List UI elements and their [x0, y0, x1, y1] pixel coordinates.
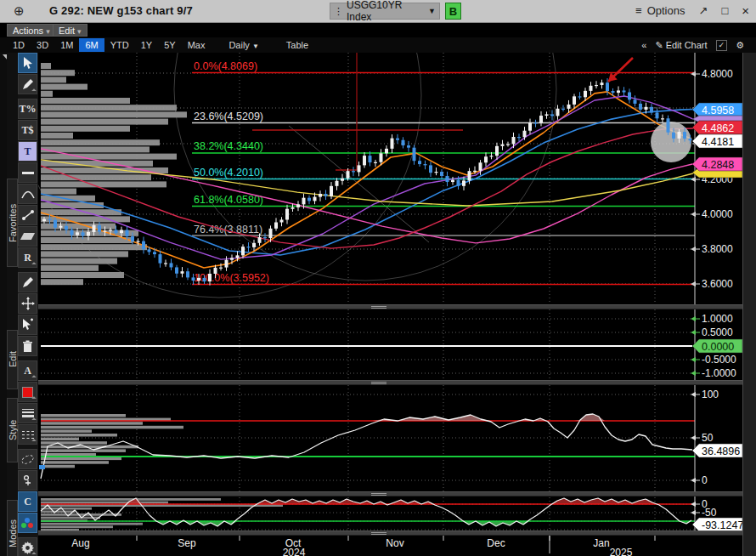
panel-divider-1[interactable]	[38, 304, 742, 309]
sidebar-group-style[interactable]: Style	[7, 398, 18, 462]
options-button[interactable]: ≡ Options	[635, 4, 685, 17]
pencil-tool[interactable]	[18, 272, 37, 292]
svg-text:3.6000: 3.6000	[702, 278, 733, 290]
cursor-tool[interactable]	[18, 53, 37, 73]
ticker-label: USGG10YR Index	[347, 0, 425, 23]
actions-label: Actions	[13, 26, 43, 36]
segment-tool[interactable]	[18, 205, 37, 225]
move-tool[interactable]	[18, 293, 37, 314]
crescent-tool[interactable]: C	[18, 491, 37, 512]
right-scroll-strip[interactable]	[742, 53, 756, 556]
svg-text:4.0000: 4.0000	[702, 208, 733, 220]
edit-label: Edit	[59, 26, 75, 36]
security-selector[interactable]: ⋮ USGG10YR Index ▼	[330, 3, 440, 20]
measure-percent-tool[interactable]: T%	[18, 99, 37, 119]
draw-line-tool[interactable]	[18, 74, 37, 94]
range-button-ytd[interactable]: YTD	[104, 38, 135, 52]
corner-dropdown-icon	[31, 552, 37, 556]
window-title: G 292: NEW g153 chart 9/7	[49, 4, 193, 17]
chart-canvas[interactable]: 0.0%(4.8069)23.6%(4.5209)38.2%(4.3440)50…	[0, 0, 756, 556]
svg-text:4.4862: 4.4862	[702, 122, 734, 134]
polygon-icon	[22, 233, 33, 240]
gear-icon[interactable]: ⚙	[736, 40, 744, 51]
maximize-button[interactable]: □	[721, 4, 728, 17]
sidebar-strip	[0, 53, 7, 556]
range-button-1m[interactable]: 1M	[54, 38, 79, 52]
sidebar-group-favorites[interactable]: Favorites	[7, 179, 18, 267]
hamburger-icon: ≡	[635, 4, 642, 17]
svg-text:2025: 2025	[610, 547, 633, 556]
annotate-icon[interactable]: ✓	[716, 40, 728, 51]
collapse-left-icon[interactable]: «	[641, 40, 646, 50]
t-icon: T	[24, 145, 31, 158]
chevron-down-icon: ▾	[77, 27, 82, 36]
lasso-ellipse-tool[interactable]	[18, 449, 37, 469]
cursor-icon	[22, 56, 34, 70]
svg-text:-93.1247: -93.1247	[702, 519, 743, 531]
range-button-max[interactable]: Max	[182, 38, 212, 52]
chevron-down-icon: ▼	[428, 7, 436, 15]
edit-menu[interactable]: Edit ▾	[53, 24, 87, 37]
svg-text:76.4%(3.8811): 76.4%(3.8811)	[194, 224, 262, 235]
close-button[interactable]: ×	[742, 3, 749, 18]
sidebar-group-modes[interactable]: Modes	[7, 500, 18, 556]
range-button-6m[interactable]: 6M	[79, 38, 104, 52]
svg-text:23.6%(4.5209): 23.6%(4.5209)	[194, 111, 263, 122]
anchor-pin-tool[interactable]	[18, 470, 37, 491]
svg-text:100: 100	[702, 389, 719, 400]
edit-chart-button[interactable]: ✎ Edit Chart	[655, 40, 707, 51]
panel-divider-2[interactable]	[38, 380, 742, 385]
options-label: Options	[647, 4, 685, 17]
range-button-1d[interactable]: 1D	[7, 38, 31, 52]
svg-text:38.2%(4.3440): 38.2%(4.3440)	[194, 140, 263, 152]
corner-dropdown-icon	[31, 375, 37, 380]
corner-dropdown-icon	[31, 396, 37, 401]
text-tool[interactable]: T	[18, 141, 37, 162]
divider-handle-icon	[371, 382, 386, 384]
svg-text:36.4896: 36.4896	[702, 445, 740, 457]
regression-tool[interactable]: R	[18, 247, 37, 268]
horizontal-line-tool[interactable]	[18, 162, 37, 183]
actions-menu[interactable]: Actions ▾	[7, 24, 56, 37]
range-button-5y[interactable]: 5Y	[158, 38, 181, 52]
arc-tool[interactable]	[18, 184, 37, 204]
period-label: Daily	[228, 40, 249, 50]
line-width-tool[interactable]	[18, 403, 37, 423]
line-style-tool[interactable]	[18, 424, 37, 445]
ellipse-icon	[21, 456, 34, 463]
svg-text:1.0000: 1.0000	[702, 313, 733, 325]
range-button-3d[interactable]: 3D	[31, 38, 54, 52]
dots-icon	[21, 518, 34, 529]
segment-icon	[21, 209, 35, 221]
polygon-tool[interactable]	[18, 226, 37, 247]
pin-icon	[22, 474, 34, 487]
width-icon	[22, 407, 34, 419]
sidebar-group-edit[interactable]: Edit	[7, 330, 18, 389]
svg-text:0.0%(4.8069): 0.0%(4.8069)	[194, 60, 257, 72]
svg-text:0.5000: 0.5000	[702, 326, 733, 338]
theme-dots-tool[interactable]	[18, 513, 37, 533]
range-button-1y[interactable]: 1Y	[135, 38, 158, 52]
hline-icon	[22, 172, 34, 174]
measure-price-tool[interactable]: T$	[18, 120, 37, 140]
sidebar-group-tabs: FavoritesEditStyleModes	[7, 53, 18, 556]
panel-divider-3[interactable]	[38, 491, 742, 496]
panel-b-badge[interactable]: B	[445, 3, 461, 20]
settings-tool[interactable]	[18, 537, 37, 556]
font-style-tool[interactable]: A	[18, 360, 37, 381]
panel-divider-4[interactable]	[38, 530, 742, 536]
t%-icon: T%	[19, 103, 36, 116]
popout-button[interactable]: ↗	[698, 4, 708, 17]
divider-handle-icon	[371, 493, 386, 496]
kebab-icon: ⋮	[334, 6, 343, 17]
color-swatch-tool[interactable]	[18, 382, 37, 402]
pencil-icon: ✎	[655, 40, 663, 50]
table-button[interactable]: Table	[280, 38, 314, 52]
period-dropdown[interactable]: Daily ▼	[223, 38, 264, 52]
drag-handle-icon[interactable]: ⊕	[14, 3, 25, 19]
chevron-down-icon: ▼	[252, 43, 259, 50]
delete-tool[interactable]	[18, 336, 37, 356]
select-plus-tool[interactable]	[18, 315, 37, 335]
svg-text:Sep: Sep	[178, 537, 196, 549]
gear-icon	[21, 542, 34, 554]
